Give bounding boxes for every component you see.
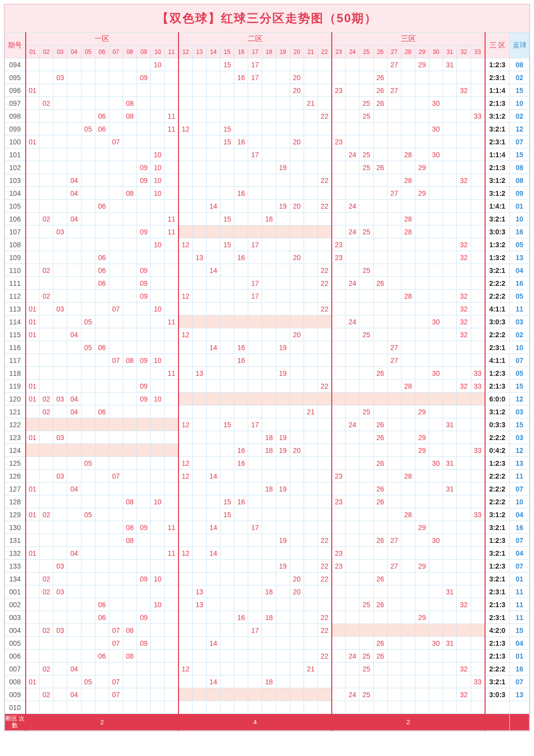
- ball-cell: [137, 97, 151, 110]
- ball-cell: [67, 675, 81, 688]
- period-cell: 002: [5, 598, 26, 611]
- page-title: 【双色球】红球三分区走势图（50期）: [4, 4, 530, 32]
- ball-cell: 02: [40, 663, 53, 675]
- ratio-cell: 3:0:3: [485, 315, 510, 328]
- ball-cell: [262, 341, 276, 354]
- ball-cell: [81, 277, 95, 290]
- ball-cell: [387, 624, 401, 637]
- ball-cell: [248, 495, 262, 508]
- ball-cell: 10: [151, 161, 165, 174]
- ball-cell: [415, 688, 429, 701]
- ball-cell: [67, 58, 81, 71]
- ball-cell: [332, 637, 346, 650]
- ball-cell: [290, 534, 304, 547]
- ratio-cell: [485, 701, 510, 714]
- ball-cell: [443, 174, 457, 187]
- ball-cell: [40, 637, 53, 650]
- ball-cell: 29: [415, 560, 429, 573]
- blue-cell: 11: [510, 470, 530, 483]
- ball-cell: [234, 213, 248, 225]
- ball-cell: [137, 650, 151, 663]
- ball-cell: [346, 431, 359, 444]
- ball-cell: [137, 213, 151, 225]
- ball-cell: [220, 161, 234, 174]
- ball-cell: [165, 264, 178, 277]
- ball-cell: [262, 508, 276, 521]
- ball-cell: [317, 290, 331, 303]
- ball-cell: [443, 303, 457, 315]
- ball-cell: 08: [123, 110, 136, 123]
- ball-cell: [95, 701, 109, 714]
- ball-cell: [443, 495, 457, 508]
- ball-cell: [151, 264, 165, 277]
- ball-cell: [151, 315, 165, 328]
- ball-cell: [178, 225, 192, 238]
- ball-cell: 17: [248, 290, 262, 303]
- period-cell: 126: [5, 470, 26, 483]
- num-header-08: 08: [123, 45, 136, 58]
- ball-cell: [192, 457, 206, 470]
- ball-cell: [165, 508, 178, 521]
- ball-cell: [234, 303, 248, 315]
- ball-cell: [53, 97, 67, 110]
- ball-cell: [401, 624, 415, 637]
- ball-cell: 29: [415, 611, 429, 624]
- ball-cell: [40, 71, 53, 84]
- ball-cell: [123, 174, 136, 187]
- ball-cell: [471, 354, 485, 367]
- ball-cell: [401, 110, 415, 123]
- ball-cell: [262, 688, 276, 701]
- ball-cell: [290, 277, 304, 290]
- ball-cell: 27: [387, 534, 401, 547]
- ball-cell: [317, 251, 331, 264]
- ball-cell: [443, 534, 457, 547]
- ball-cell: [359, 483, 373, 495]
- ball-cell: [457, 560, 471, 573]
- ball-cell: [53, 534, 67, 547]
- ball-cell: [151, 290, 165, 303]
- ball-cell: [359, 174, 373, 187]
- ball-cell: 31: [443, 585, 457, 598]
- ball-cell: [276, 213, 290, 225]
- ball-cell: [346, 251, 359, 264]
- ball-cell: [67, 290, 81, 303]
- ball-cell: [109, 457, 123, 470]
- ball-cell: 30: [429, 534, 443, 547]
- period-cell: 114: [5, 315, 26, 328]
- ball-cell: [81, 58, 95, 71]
- ball-cell: [373, 225, 387, 238]
- ball-cell: [26, 495, 40, 508]
- ball-cell: 20: [290, 444, 304, 457]
- ball-cell: [95, 393, 109, 405]
- ball-cell: [457, 200, 471, 213]
- ball-cell: [401, 675, 415, 688]
- ball-cell: [359, 187, 373, 200]
- ball-cell: [53, 508, 67, 521]
- ball-cell: [81, 405, 95, 418]
- ball-cell: [443, 444, 457, 457]
- ball-cell: [346, 483, 359, 495]
- ball-cell: [387, 225, 401, 238]
- ball-cell: [192, 393, 206, 405]
- ball-cell: 14: [206, 341, 220, 354]
- ball-cell: 07: [109, 470, 123, 483]
- col-period: 期号: [5, 33, 26, 58]
- ball-cell: 03: [53, 393, 67, 405]
- ball-cell: [95, 547, 109, 560]
- ball-cell: [40, 598, 53, 611]
- ball-cell: 02: [40, 393, 53, 405]
- ball-cell: 31: [443, 58, 457, 71]
- ball-cell: 33: [471, 675, 485, 688]
- ball-cell: [387, 444, 401, 457]
- ball-cell: [457, 123, 471, 135]
- ball-cell: [471, 277, 485, 290]
- ball-cell: [276, 290, 290, 303]
- ball-cell: [123, 431, 136, 444]
- ball-cell: [429, 187, 443, 200]
- ball-cell: [53, 315, 67, 328]
- ball-cell: [165, 58, 178, 71]
- ball-cell: [206, 367, 220, 380]
- ball-cell: [443, 675, 457, 688]
- ball-cell: [262, 328, 276, 341]
- ball-cell: [373, 470, 387, 483]
